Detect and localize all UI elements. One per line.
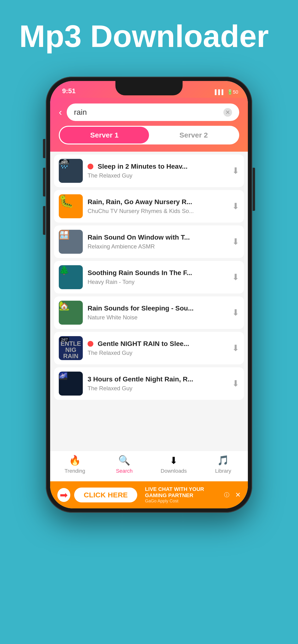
song-thumbnail: 🪟 bbox=[59, 230, 83, 254]
bottom-navigation: 🔥 Trending 🔍 Search ⬇ Downloads 🎵 Librar… bbox=[50, 451, 248, 481]
back-button[interactable]: ‹ bbox=[59, 107, 62, 118]
live-badge: 24/7 bbox=[60, 160, 69, 164]
server-1-tab[interactable]: Server 1 bbox=[60, 127, 149, 144]
list-item[interactable]: 🪟 Rain Sound On Window with T... Relaxin… bbox=[54, 226, 244, 258]
search-row: ‹ rain × bbox=[59, 104, 239, 121]
song-list: 24/7 🌧️ Sleep in 2 Minutes to Heav... Th… bbox=[50, 152, 248, 451]
notch bbox=[115, 81, 183, 95]
song-title: Rain, Rain, Go Away Nursery R... bbox=[88, 198, 192, 206]
trending-icon: 🔥 bbox=[69, 455, 81, 466]
song-artist: The Relaxed Guy bbox=[88, 385, 227, 392]
server-2-tab[interactable]: Server 2 bbox=[149, 127, 238, 144]
song-artist: ChuChu TV Nursery Rhymes & Kids So... bbox=[88, 208, 227, 214]
nav-item-trending[interactable]: 🔥 Trending bbox=[50, 455, 100, 474]
app-header: ‹ rain × Server 1 Server 2 bbox=[50, 98, 248, 152]
song-title: Rain Sound On Window with T... bbox=[88, 234, 190, 241]
song-info: Rain, Rain, Go Away Nursery R... ChuChu … bbox=[88, 198, 227, 214]
song-thumbnail: 24/7 🌧️ bbox=[59, 159, 83, 183]
server-tabs: Server 1 Server 2 bbox=[59, 126, 239, 144]
volume-mute-button bbox=[43, 139, 45, 158]
list-item[interactable]: 🌌 3 Hours of Gentle Night Rain, R... The… bbox=[54, 367, 244, 400]
phone-screen: 9:51 ▌▌▌ 🔋50 ‹ rain × bbox=[50, 81, 248, 508]
volume-up-button bbox=[43, 168, 45, 196]
download-button[interactable]: ⬇ bbox=[232, 378, 239, 388]
downloads-icon: ⬇ bbox=[170, 455, 178, 466]
nav-label-downloads: Downloads bbox=[161, 468, 187, 474]
ad-brand: GaGo Apply Cost bbox=[145, 498, 220, 504]
status-icons: ▌▌▌ 🔋50 bbox=[215, 89, 238, 95]
nav-label-trending: Trending bbox=[65, 468, 85, 474]
live-dot bbox=[88, 164, 93, 170]
song-thumbnail: 🏡 bbox=[59, 301, 83, 325]
download-button[interactable]: ⬇ bbox=[232, 237, 239, 247]
song-thumbnail: 24/7 ENTLE NIG RAIN bbox=[59, 336, 83, 360]
search-query: rain bbox=[74, 108, 223, 117]
nav-item-library[interactable]: 🎵 Library bbox=[198, 455, 248, 474]
song-info: Soothing Rain Sounds In The F... Heavy R… bbox=[88, 269, 227, 285]
app-title: Mp3 Downloader bbox=[19, 19, 269, 54]
song-title: Rain Sounds for Sleeping - Sou... bbox=[88, 304, 194, 312]
phone-frame: 9:51 ▌▌▌ 🔋50 ‹ rain × bbox=[46, 77, 252, 513]
library-icon: 🎵 bbox=[217, 455, 229, 466]
ad-info-icon: ⓘ bbox=[224, 492, 229, 498]
song-title: 3 Hours of Gentle Night Rain, R... bbox=[88, 376, 193, 383]
song-info: Rain Sounds for Sleeping - Sou... Nature… bbox=[88, 304, 227, 321]
song-info: 3 Hours of Gentle Night Rain, R... The R… bbox=[88, 376, 227, 392]
song-thumbnail: 🌌 bbox=[59, 372, 83, 396]
song-thumbnail: 🐛 bbox=[59, 194, 83, 218]
power-button bbox=[253, 168, 255, 211]
status-time: 9:51 bbox=[62, 87, 76, 95]
list-item[interactable]: 24/7 🌧️ Sleep in 2 Minutes to Heav... Th… bbox=[54, 154, 244, 187]
ad-banner[interactable]: ➡ CLICK HERE LIVE CHAT WITH YOUR GAMING … bbox=[50, 481, 248, 508]
clear-button[interactable]: × bbox=[223, 108, 232, 117]
song-title: Sleep in 2 Minutes to Heav... bbox=[98, 163, 187, 170]
live-dot bbox=[88, 341, 93, 347]
download-button[interactable]: ⬇ bbox=[232, 308, 239, 318]
song-info: Gentle NIGHT RAIN to Slee... The Relaxed… bbox=[88, 340, 227, 356]
download-button[interactable]: ⬇ bbox=[232, 343, 239, 353]
download-button[interactable]: ⬇ bbox=[232, 166, 239, 176]
song-artist: Heavy Rain - Tony bbox=[88, 279, 227, 285]
signal-icon: ▌▌▌ bbox=[215, 89, 225, 95]
song-info: Sleep in 2 Minutes to Heav... The Relaxe… bbox=[88, 163, 227, 179]
ad-click-button[interactable]: CLICK HERE bbox=[74, 488, 137, 502]
list-item[interactable]: 🏡 Rain Sounds for Sleeping - Sou... Natu… bbox=[54, 296, 244, 329]
nav-item-search[interactable]: 🔍 Search bbox=[100, 455, 149, 474]
battery-icon: 🔋50 bbox=[227, 89, 238, 95]
nav-label-search: Search bbox=[116, 468, 133, 474]
download-button[interactable]: ⬇ bbox=[232, 201, 239, 211]
song-artist: The Relaxed Guy bbox=[88, 350, 227, 356]
search-bar[interactable]: rain × bbox=[67, 104, 239, 121]
song-info: Rain Sound On Window with T... Relaxing … bbox=[88, 234, 227, 250]
list-item[interactable]: 🐛 Rain, Rain, Go Away Nursery R... ChuCh… bbox=[54, 190, 244, 222]
phone-wrapper: 9:51 ▌▌▌ 🔋50 ‹ rain × bbox=[46, 77, 252, 513]
nav-item-downloads[interactable]: ⬇ Downloads bbox=[149, 455, 198, 474]
download-button[interactable]: ⬇ bbox=[232, 272, 239, 282]
list-item[interactable]: 🌲 Soothing Rain Sounds In The F... Heavy… bbox=[54, 261, 244, 294]
song-artist: The Relaxed Guy bbox=[88, 172, 227, 179]
song-thumbnail: 🌲 bbox=[59, 265, 83, 289]
list-item[interactable]: 24/7 ENTLE NIG RAIN Gentle NIGHT RAIN to… bbox=[54, 332, 244, 364]
song-artist: Nature White Noise bbox=[88, 314, 227, 321]
ad-arrow-icon: ➡ bbox=[57, 488, 70, 502]
song-title: Gentle NIGHT RAIN to Slee... bbox=[98, 340, 189, 348]
song-title: Soothing Rain Sounds In The F... bbox=[88, 269, 192, 277]
nav-label-library: Library bbox=[215, 468, 231, 474]
ad-close-button[interactable]: ✕ bbox=[235, 491, 241, 499]
volume-down-button bbox=[43, 206, 45, 235]
ad-text: LIVE CHAT WITH YOUR GAMING PARTNER bbox=[145, 486, 220, 498]
song-artist: Relaxing Ambience ASMR bbox=[88, 243, 227, 250]
search-icon: 🔍 bbox=[118, 455, 130, 466]
